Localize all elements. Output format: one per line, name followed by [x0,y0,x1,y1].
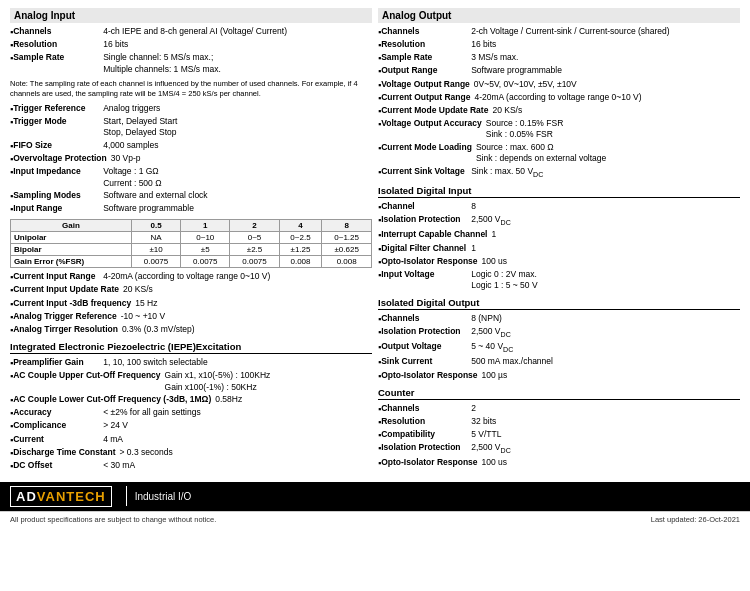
gain-col-2: 2 [230,220,279,232]
spec-label-input-range: Input Range [13,203,103,215]
ao-label-sample-rate: Sample Rate [381,52,471,64]
ao-label-voltage-range: Voltage Output Range [381,79,474,91]
ido-value-output-voltage: 5 ~ 40 VDC [471,341,740,355]
ao-spec-accuracy: Voltage Output Accuracy Source : 0.15% F… [378,118,740,141]
gain-val-unipolar-1: 0~10 [181,232,230,244]
spec-value-trigger-mode: Start, Delayed StartStop, Delayed Stop [103,116,372,139]
footer-logo: ADVANTECH [10,486,112,507]
spec-current-input-range: Current Input Range 4-20mA (according to… [10,271,372,283]
gain-val-bipolar-8: ±0.625 [322,244,372,256]
right-column: Analog Output Channels 2-ch Voltage / Cu… [378,8,740,476]
ao-value-voltage-range: 0V~5V, 0V~10V, ±5V, ±10V [474,79,740,91]
spec-analog-trigger-ref: Analog Trigger Reference -10 ~ +10 V [10,311,372,323]
spec-value-analog-trigger-res: 0.3% (0.3 mV/step) [122,324,372,336]
bottom-bar: All product specifications are subject t… [0,511,750,527]
idi-label-digital-filter: Digital Filter Channel [381,243,471,255]
idi-label-interrupt: Interrupt Capable Channel [381,229,491,241]
bottom-right-text: Last updated: 26-Oct-2021 [651,515,740,524]
counter-label-resolution: Resolution [381,416,471,428]
gain-col-4: 4 [279,220,322,232]
counter-value-isolation: 2,500 VDC [471,442,740,456]
gain-row-error: Gain Error (%FSR) 0.0075 0.0075 0.0075 0… [11,256,372,268]
counter-specs: Channels 2 Resolution 32 bits Compatibil… [378,403,740,470]
ao-spec-voltage-range: Voltage Output Range 0V~5V, 0V~10V, ±5V,… [378,79,740,91]
ao-label-current-mode-loading: Current Mode Loading [381,142,476,165]
footer-divider [126,486,127,506]
spec-value-trigger-reference: Analog triggers [103,103,372,115]
ao-spec-sample-rate: Sample Rate 3 MS/s max. [378,52,740,64]
idi-label-isolation: Isolation Protection [381,214,471,228]
counter-spec-channels: Channels 2 [378,403,740,415]
ido-spec-isolation: Isolation Protection 2,500 VDC [378,326,740,340]
footer-subtitle: Industrial I/O [135,491,192,502]
spec-label-overvoltage: Overvoltage Protection [13,153,111,165]
counter-value-resolution: 32 bits [471,416,740,428]
gain-col-8: 8 [322,220,372,232]
ao-spec-update-rate: Current Mode Update Rate 20 KS/s [378,105,740,117]
spec-analog-trigger-res: Analog Tirrger Resolution 0.3% (0.3 mV/s… [10,324,372,336]
spec-current: Current 4 mA [10,434,372,446]
footer-brand: ADVANTECH [10,486,118,507]
logo-vantech: VANTECH [37,489,106,504]
ao-label-output-range: Output Range [381,65,471,77]
spec-compliance: Complicance > 24 V [10,420,372,432]
idi-label-channel: Channel [381,201,471,213]
gain-val-error-8: 0.008 [322,256,372,268]
spec-sample-rate: Sample Rate Single channel: 5 MS/s max.;… [10,52,372,75]
spec-value-ac-upper: Gain x1, x10(-5%) : 100KHzGain x100(-1%)… [165,370,372,393]
ido-value-sink-current: 500 mA max./channel [471,356,740,368]
spec-value-overvoltage: 30 Vp-p [111,153,372,165]
ido-value-opto: 100 µs [482,370,740,382]
gain-val-error-4: 0.008 [279,256,322,268]
spec-label-discharge-time: Discharge Time Constant [13,447,119,459]
idi-label-input-voltage: Input Voltage [381,269,471,292]
ao-value-update-rate: 20 KS/s [492,105,740,117]
sampling-note: Note: The sampling rate of each channel … [10,79,372,99]
isolated-digital-input-specs: Channel 8 Isolation Protection 2,500 VDC… [378,201,740,292]
gain-val-unipolar-8: 0~1.25 [322,232,372,244]
gain-col-05: 0.5 [131,220,180,232]
idi-spec-interrupt: Interrupt Capable Channel 1 [378,229,740,241]
spec-value-resolution: 16 bits [103,39,372,51]
idi-spec-opto: Opto-Isolator Response 100 us [378,256,740,268]
spec-value-compliance: > 24 V [103,420,372,432]
spec-sampling-modes: Sampling Modes Software and external clo… [10,190,372,202]
counter-spec-isolation: Isolation Protection 2,500 VDC [378,442,740,456]
spec-value-sample-rate: Single channel: 5 MS/s max.;Multiple cha… [103,52,372,75]
left-column: Analog Input Channels 4-ch IEPE and 8-ch… [10,8,372,476]
counter-spec-compatibility: Compatibility 5 V/TTL [378,429,740,441]
spec-value-ac-lower: 0.58Hz [215,394,372,406]
gain-val-error-2: 0.0075 [230,256,279,268]
ao-value-accuracy: Source : 0.15% FSRSink : 0.05% FSR [486,118,740,141]
spec-value-current-3db: 15 Hz [135,298,372,310]
ao-label-channels: Channels [381,26,471,38]
spec-label-accuracy: Accuracy [13,407,103,419]
ao-spec-resolution: Resolution 16 bits [378,39,740,51]
ido-label-sink-current: Sink Current [381,356,471,368]
spec-trigger-mode: Trigger Mode Start, Delayed StartStop, D… [10,116,372,139]
spec-discharge-time: Discharge Time Constant > 0.3 seconds [10,447,372,459]
spec-value-accuracy: < ±2% for all gain settings [103,407,372,419]
bottom-left-text: All product specifications are subject t… [10,515,216,524]
spec-label-current-input-range: Current Input Range [13,271,103,283]
idi-value-input-voltage: Logic 0 : 2V max.Logic 1 : 5 ~ 50 V [471,269,740,292]
idi-value-opto: 100 us [482,256,740,268]
spec-label-channels: Channels [13,26,103,38]
gain-col-1: 1 [181,220,230,232]
ao-label-sink-voltage: Current Sink Voltage [381,166,471,180]
counter-spec-opto: Opto-Isolator Response 100 us [378,457,740,469]
ido-spec-output-voltage: Output Voltage 5 ~ 40 VDC [378,341,740,355]
gain-val-bipolar-05: ±10 [131,244,180,256]
spec-input-impedance: Input Impedance Voltage : 1 GΩCurrent : … [10,166,372,189]
gain-row-bipolar: Bipolar ±10 ±5 ±2.5 ±1.25 ±0.625 [11,244,372,256]
gain-val-bipolar-4: ±1.25 [279,244,322,256]
logo-adv: AD [16,489,37,504]
trigger-specs: Trigger Reference Analog triggers Trigge… [10,103,372,216]
idi-value-interrupt: 1 [491,229,740,241]
spec-current-input-update-rate: Current Input Update Rate 20 KS/s [10,284,372,296]
ao-value-resolution: 16 bits [471,39,740,51]
gain-row-unipolar: Unipolar NA 0~10 0~5 0~2.5 0~1.25 [11,232,372,244]
extra-specs: Current Input Range 4-20mA (according to… [10,271,372,336]
gain-val-bipolar-1: ±5 [181,244,230,256]
counter-label-channels: Channels [381,403,471,415]
